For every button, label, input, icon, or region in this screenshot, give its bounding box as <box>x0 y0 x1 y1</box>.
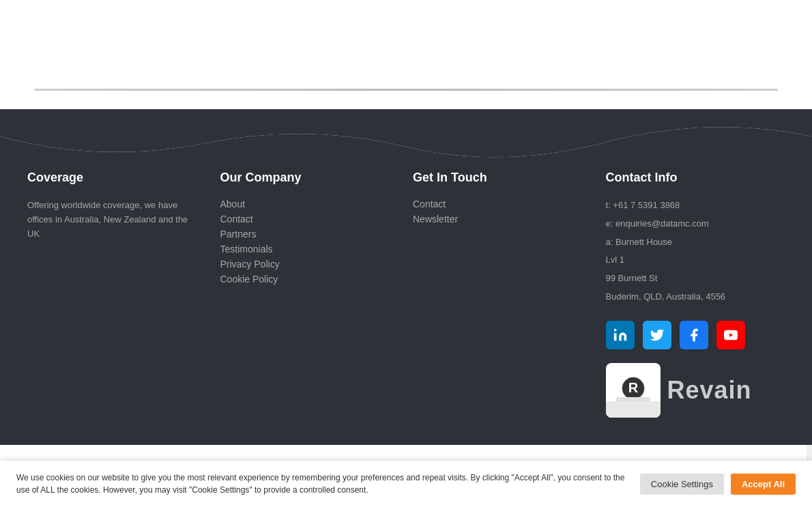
address-line3: 99 Burnett St <box>606 272 772 286</box>
address-label: a: <box>606 237 613 247</box>
contact-email: e: enquiries@datamc.com <box>606 217 772 231</box>
coverage-column: Coverage Offering worldwide coverage, we… <box>27 171 207 418</box>
address-line2: Lvl 1 <box>606 253 772 267</box>
link-about[interactable]: About <box>220 199 386 209</box>
footer-columns: Coverage Offering worldwide coverage, we… <box>27 164 785 418</box>
twitter-icon[interactable] <box>643 321 671 349</box>
cookie-buttons: Cookie Settings Accept All <box>640 474 796 495</box>
get-in-touch-column: Get In Touch Contact Newsletter <box>399 171 592 418</box>
link-contact-company[interactable]: Contact <box>220 214 386 224</box>
address-line4: Buderim, QLD, Australia, 4556 <box>606 290 772 304</box>
our-company-title: Our Company <box>220 171 386 185</box>
contact-phone: t: +61 7 5391 3868 <box>606 199 772 213</box>
phone-label: t: <box>606 200 611 210</box>
link-newsletter[interactable]: Newsletter <box>413 214 579 224</box>
revain-brand-text: Revain <box>667 376 752 405</box>
contact-address: a: Burnett House <box>606 235 772 250</box>
linkedin-icon[interactable] <box>606 321 635 349</box>
cookie-settings-button[interactable]: Cookie Settings <box>640 474 724 495</box>
svg-text:R: R <box>628 380 638 395</box>
youtube-icon[interactable] <box>716 321 745 349</box>
cookie-bar: We use cookies on our website to give yo… <box>0 461 812 507</box>
cookie-text: We use cookies on our website to give yo… <box>16 472 626 496</box>
email-link[interactable]: enquiries@datamc.com <box>615 218 709 229</box>
footer: Coverage Offering worldwide coverage, we… <box>0 164 812 445</box>
coverage-text: Offering worldwide coverage, we have off… <box>27 199 193 241</box>
divider-line <box>34 89 778 91</box>
address-line1: Burnett House <box>615 237 672 247</box>
facebook-icon[interactable] <box>680 321 708 349</box>
get-in-touch-title: Get In Touch <box>413 171 579 185</box>
social-icons <box>606 321 772 349</box>
link-contact-touch[interactable]: Contact <box>413 199 579 209</box>
wave-container <box>0 109 812 164</box>
contact-info-title: Contact Info <box>606 171 772 185</box>
svg-rect-4 <box>616 397 650 407</box>
top-area <box>0 0 812 109</box>
accept-all-button[interactable]: Accept All <box>731 474 796 495</box>
contact-info-column: Contact Info t: +61 7 5391 3868 e: enqui… <box>592 171 785 418</box>
link-privacy-policy[interactable]: Privacy Policy <box>220 259 386 270</box>
link-partners[interactable]: Partners <box>220 229 386 240</box>
link-testimonials[interactable]: Testimonials <box>220 244 386 255</box>
link-cookie-policy[interactable]: Cookie Policy <box>220 274 386 285</box>
coverage-title: Coverage <box>27 171 193 185</box>
our-company-column: Our Company About Contact Partners Testi… <box>207 171 400 418</box>
email-label: e: <box>606 218 613 229</box>
svg-point-0 <box>613 329 616 332</box>
revain-area: R Revain <box>606 363 772 418</box>
phone-number: +61 7 5391 3868 <box>613 200 680 210</box>
revain-logo: R <box>606 363 661 418</box>
